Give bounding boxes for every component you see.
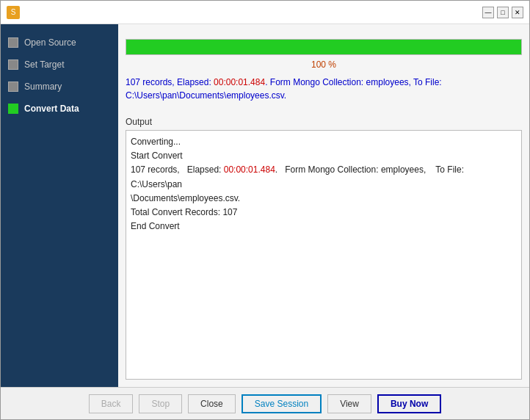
status-text: 107 records, Elapsed: 00:00:01.484. Form…: [126, 76, 522, 102]
progress-section: 100 % 107 records, Elapsed: 00:00:01.484…: [126, 32, 522, 117]
output-label: Output: [126, 117, 522, 127]
progress-bar-fill: [126, 40, 521, 54]
title-bar-controls: — □ ✕: [482, 7, 523, 18]
stop-button[interactable]: Stop: [139, 394, 182, 413]
status-line3: C:\Users\pan\Documents\employees.csv.: [126, 90, 286, 101]
output-line-6: End Convert: [131, 220, 517, 233]
output-box[interactable]: Converting... Start Convert 107 records,…: [126, 130, 522, 380]
open-source-label: Open Source: [24, 37, 76, 48]
sidebar-item-convert-data[interactable]: Convert Data: [1, 98, 118, 120]
summary-label: Summary: [24, 82, 62, 92]
progress-bar-container: [126, 39, 522, 55]
summary-icon: [8, 82, 18, 92]
app-icon: S: [7, 6, 20, 19]
sidebar-item-open-source[interactable]: Open Source: [1, 32, 118, 54]
view-button[interactable]: View: [327, 394, 371, 413]
output-line-5: Total Convert Records: 107: [131, 206, 517, 220]
sidebar-item-summary[interactable]: Summary: [1, 76, 118, 98]
sidebar-item-set-target[interactable]: Set Target: [1, 54, 118, 76]
output-line-3: 107 records, Elapsed: 00:00:01.484. Form…: [131, 163, 517, 191]
output-line-4: \Documents\employees.csv.: [131, 192, 517, 206]
status-line2: . Form Mongo Collection: employees, To F…: [265, 77, 442, 87]
title-bar-left: S: [7, 6, 20, 19]
output-line-1: Converting...: [131, 135, 517, 149]
bottom-bar: Back Stop Close Save Session View Buy No…: [1, 387, 529, 419]
sidebar: Open Source Set Target Summary Convert D…: [1, 24, 118, 387]
main-content: Open Source Set Target Summary Convert D…: [1, 24, 529, 387]
convert-data-icon: [8, 104, 18, 114]
back-button[interactable]: Back: [89, 394, 134, 413]
close-window-button[interactable]: ✕: [512, 7, 523, 18]
main-window: S — □ ✕ Open Source Set Target Summary: [0, 0, 530, 420]
progress-percent: 100 %: [126, 59, 522, 70]
output-section: Output Converting... Start Convert 107 r…: [126, 117, 522, 380]
minimize-button[interactable]: —: [482, 7, 494, 18]
set-target-icon: [8, 59, 18, 70]
output-elapsed-time: 00:00:01.484: [224, 164, 275, 175]
open-source-icon: [8, 37, 18, 48]
elapsed-time: 00:00:01.484: [214, 77, 265, 87]
convert-data-label: Convert Data: [24, 104, 79, 114]
maximize-button[interactable]: □: [497, 7, 509, 18]
status-line1: 107 records, Elapsed:: [126, 77, 214, 87]
buy-now-button[interactable]: Buy Now: [377, 394, 441, 413]
title-bar: S — □ ✕: [1, 1, 529, 24]
output-line-2: Start Convert: [131, 149, 517, 163]
set-target-label: Set Target: [24, 59, 64, 70]
right-panel: 100 % 107 records, Elapsed: 00:00:01.484…: [118, 24, 529, 387]
save-session-button[interactable]: Save Session: [242, 394, 322, 413]
close-button[interactable]: Close: [188, 394, 236, 413]
